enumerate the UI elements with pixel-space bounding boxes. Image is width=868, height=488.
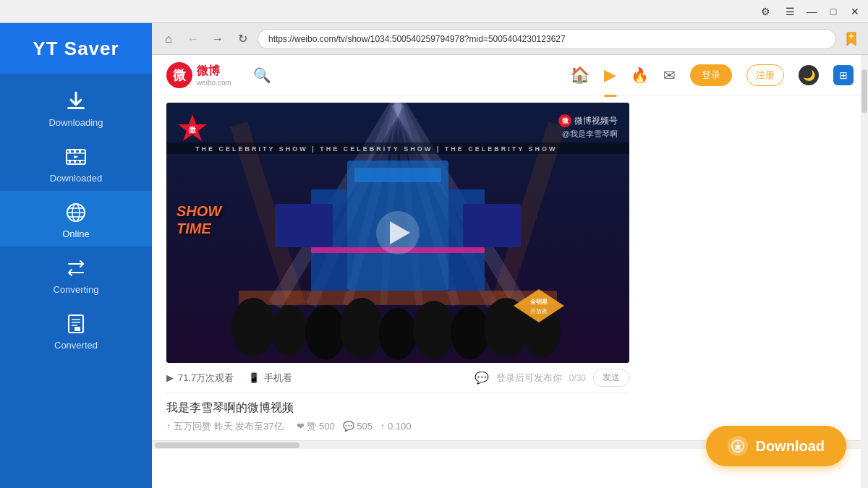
weibo-mail-icon[interactable]: ✉ — [663, 67, 676, 84]
home-button[interactable]: ⌂ — [159, 30, 178, 48]
menu-button[interactable]: ☰ — [780, 4, 800, 20]
mobile-watch-text: 手机看 — [264, 372, 292, 385]
weibo-home-icon[interactable]: 🏠 — [570, 66, 590, 85]
sidebar-item-converted[interactable]: Converted — [0, 302, 152, 358]
svg-point-45 — [305, 305, 346, 360]
svg-rect-3 — [67, 153, 85, 154]
mobile-icon: 📱 — [248, 372, 260, 383]
sidebar-item-online[interactable]: Online — [0, 191, 152, 247]
download-button[interactable]: Download — [706, 426, 846, 466]
refresh-button[interactable]: ↻ — [233, 30, 252, 48]
video-container: THE CELEBRITY SHOW | THE CELEBRITY SHOW … — [166, 95, 854, 440]
horizontal-scroll-thumb[interactable] — [155, 442, 299, 448]
svg-rect-8 — [69, 160, 71, 163]
watermark-logo-row: 微 微博视频号 — [558, 114, 618, 127]
sidebar-item-online-label: Online — [62, 228, 90, 239]
svg-rect-40 — [463, 204, 521, 247]
minimize-button[interactable]: — — [801, 4, 822, 20]
view-count: ▶ 71.7万次观看 — [166, 372, 234, 385]
weibo-logo-icon: 微 — [166, 62, 192, 88]
weibo-theme-toggle[interactable]: 🌙 — [799, 65, 819, 85]
svg-rect-5 — [69, 150, 71, 153]
settings-button[interactable]: ⚙ — [755, 4, 775, 20]
watermark-user-text: @我是李雪琴啊 — [562, 129, 618, 140]
sidebar-item-downloading[interactable]: Downloading — [0, 80, 152, 135]
main-layout: YT Saver Downloading — [0, 23, 868, 488]
svg-rect-6 — [74, 150, 76, 153]
scrollbar-thumb[interactable] — [861, 69, 867, 113]
svg-point-46 — [340, 298, 383, 359]
close-button[interactable]: ✕ — [845, 4, 865, 20]
show-badge: 全明星 开放夜 — [506, 288, 571, 327]
weibo-video-icon[interactable]: ▶ — [604, 66, 616, 85]
weibo-logo-text-block: 微博 weibo.com — [197, 64, 231, 87]
download-arrow-icon — [64, 90, 88, 113]
sidebar-item-downloading-label: Downloading — [48, 117, 103, 128]
search-icon[interactable]: 🔍 — [253, 67, 271, 84]
app-title: YT Saver — [0, 23, 152, 74]
forward-button[interactable]: → — [208, 30, 227, 48]
sidebar-item-converting-label: Converting — [54, 284, 99, 295]
video-title: 我是李雪琴啊的微博视频 — [166, 393, 629, 420]
weibo-login-button[interactable]: 登录 — [690, 64, 732, 86]
play-triangle-icon — [390, 221, 410, 244]
comment-placeholder-text: 登录后可发布你 — [496, 372, 562, 385]
send-button[interactable]: 发送 — [593, 369, 629, 387]
svg-rect-7 — [79, 150, 81, 153]
svg-rect-9 — [74, 160, 76, 163]
bookmark-icon[interactable] — [842, 30, 861, 48]
svg-rect-36 — [354, 168, 441, 182]
mobile-watch[interactable]: 📱 手机看 — [248, 372, 292, 385]
weibo-grid-icon[interactable]: ⊞ — [833, 65, 854, 85]
video-bottom-bar: ▶ 71.7万次观看 📱 手机看 💬 登录后可发布你 0/30 发送 — [166, 363, 629, 393]
like-count: ↑ 0.100 — [380, 421, 412, 432]
weibo-register-button[interactable]: 注册 — [746, 64, 784, 86]
sidebar-nav: Downloading — [0, 74, 152, 358]
weibo-fire-icon[interactable]: 🔥 — [631, 67, 649, 84]
content-area: ⌂ ← → ↻ https://weibo.com/tv/show/1034:5… — [152, 23, 868, 488]
video-watermark: 微 微博视频号 @我是李雪琴啊 — [558, 114, 618, 140]
title-bar: ⚙ ☰ — □ ✕ — [0, 0, 868, 23]
web-content: 微 微博 weibo.com 🔍 🏠 ▶ 🔥 ✉ 登录 注册 🌙 ⊞ — [152, 55, 868, 488]
title-bar-controls: ⚙ ☰ — □ ✕ — [755, 4, 865, 20]
convert-icon — [64, 257, 88, 280]
watermark-logo-icon: 微 — [558, 114, 571, 127]
show-time-text: SHOWTIME — [176, 202, 221, 237]
maximize-button[interactable]: □ — [823, 4, 843, 20]
browser-bar: ⌂ ← → ↻ https://weibo.com/tv/show/1034:5… — [152, 23, 868, 55]
share-count: ❤ 赞 500 — [297, 421, 335, 432]
comment-count-below: 💬 505 — [343, 421, 373, 432]
comment-icon: 💬 — [475, 371, 489, 385]
play-icon: ▶ — [166, 372, 174, 383]
weibo-logo: 微 微博 weibo.com — [166, 62, 231, 88]
sidebar-item-downloaded-label: Downloaded — [50, 173, 102, 184]
svg-rect-1 — [67, 107, 85, 109]
svg-text:微: 微 — [188, 126, 197, 134]
sidebar-item-converted-label: Converted — [54, 340, 98, 351]
sidebar-item-downloaded[interactable]: Downloaded — [0, 135, 152, 191]
play-button[interactable] — [376, 211, 420, 254]
view-count-text: 71.7万次观看 — [178, 372, 234, 385]
weibo-navbar: 微 微博 weibo.com 🔍 🏠 ▶ 🔥 ✉ 登录 注册 🌙 ⊞ — [152, 55, 868, 95]
svg-text:全明星: 全明星 — [530, 299, 548, 305]
comment-count-text: 0/30 — [569, 373, 586, 383]
corner-star-icon: 微 — [176, 113, 208, 147]
svg-marker-11 — [74, 155, 79, 158]
video-player[interactable]: THE CELEBRITY SHOW | THE CELEBRITY SHOW … — [166, 103, 629, 363]
url-input[interactable]: https://weibo.com/tv/show/1034:500540259… — [258, 29, 836, 49]
weibo-nav-icons: 🏠 ▶ 🔥 ✉ 登录 注册 🌙 ⊞ — [570, 64, 854, 86]
sidebar-item-converting[interactable]: Converting — [0, 247, 152, 302]
svg-point-48 — [413, 301, 455, 359]
vertical-scrollbar[interactable] — [861, 55, 868, 488]
document-icon — [64, 312, 88, 335]
weibo-domain-text: weibo.com — [197, 79, 231, 87]
download-icon — [728, 436, 748, 456]
svg-rect-10 — [79, 160, 81, 163]
sidebar: YT Saver Downloading — [0, 23, 152, 488]
svg-rect-21 — [75, 327, 80, 331]
svg-text:开放夜: 开放夜 — [530, 308, 548, 314]
svg-text:THE CELEBRITY SHOW | THE CELEB: THE CELEBRITY SHOW | THE CELEBRITY SHOW … — [195, 145, 558, 153]
svg-point-47 — [379, 308, 417, 360]
back-button[interactable]: ← — [184, 30, 203, 48]
svg-point-43 — [231, 298, 275, 356]
